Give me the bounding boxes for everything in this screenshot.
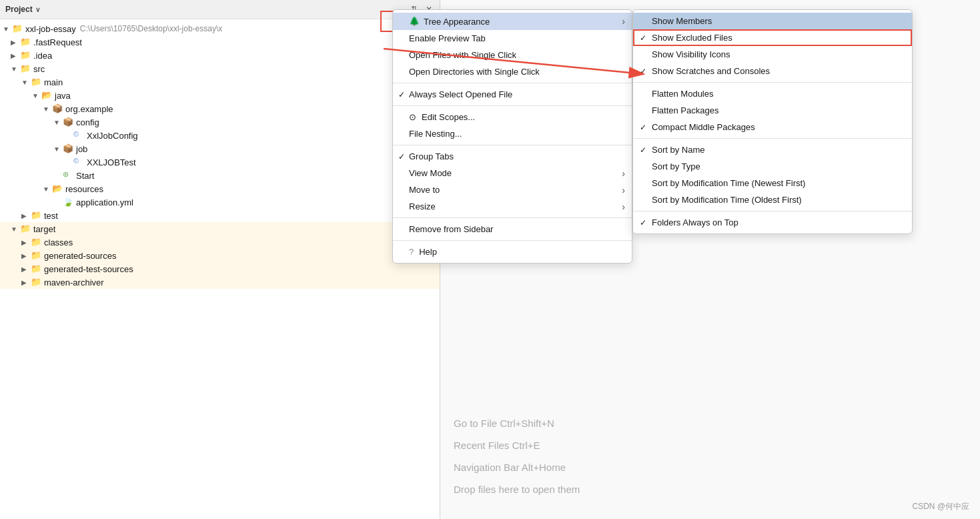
submenu-item-label: Show Excluded Files — [652, 33, 732, 43]
menu-item-always-select[interactable]: ✓ Always Select Opened File — [393, 86, 632, 103]
list-item[interactable]: ▶ 📁 .fastRequest — [0, 35, 440, 49]
drop-files-text: Drop files here to open them — [454, 484, 967, 495]
submenu-item-compact-middle[interactable]: ✓ Compact Middle Packages — [633, 119, 912, 135]
project-tree: ▼ 📁 xxl-job-essay C:\Users\10765\Desktop… — [0, 19, 440, 516]
menu-divider — [393, 145, 632, 145]
folder-icon: 📁 — [20, 63, 31, 74]
folder-orange-icon: 📁 — [31, 277, 41, 288]
list-item[interactable]: ▼ 📦 job — [0, 142, 440, 155]
menu-item-open-dirs[interactable]: Open Directories with Single Click — [393, 63, 632, 80]
menu-item-help[interactable]: ? Help — [393, 243, 632, 260]
item-label: classes — [44, 237, 73, 247]
folder-orange-icon: 📁 — [31, 250, 41, 261]
menu-item-open-single[interactable]: Open Files with Single Click — [393, 47, 632, 63]
menu-item-label: Move to — [409, 185, 440, 195]
list-item[interactable]: ▼ 📂 java — [0, 89, 440, 102]
menu-item-enable-preview[interactable]: Enable Preview Tab — [393, 30, 632, 47]
root-path: C:\Users\10765\Desktop\xxl-job-essay\x — [80, 24, 222, 33]
list-item[interactable]: ▶ 📁 test — [0, 209, 440, 222]
submenu-item-label: Sort by Type — [652, 161, 700, 171]
root-folder-icon: 📁 — [12, 23, 23, 34]
list-item[interactable]: ▶ 📁 classes — [0, 235, 440, 249]
submenu-item-flatten-packages[interactable]: Flatten Packages — [633, 102, 912, 119]
item-label: Start — [76, 171, 94, 181]
submenu-item-flatten-modules[interactable]: Flatten Modules — [633, 85, 912, 102]
arrow: ▶ — [21, 252, 29, 260]
submenu-item-sort-mod-oldest[interactable]: Sort by Modification Time (Oldest First) — [633, 191, 912, 208]
arrow: ▶ — [11, 39, 19, 46]
list-item[interactable]: ▼ 📂 resources — [0, 182, 440, 195]
tree-root[interactable]: ▼ 📁 xxl-job-essay C:\Users\10765\Desktop… — [0, 22, 440, 35]
list-item[interactable]: ▼ 📁 target — [0, 222, 440, 235]
submenu-item-folders-top[interactable]: ✓ Folders Always on Top — [633, 214, 912, 231]
arrow: ▼ — [53, 119, 61, 126]
menu-item-label: Edit Scopes... — [422, 112, 475, 122]
menu-item-file-nesting[interactable]: File Nesting... — [393, 125, 632, 142]
submenu-item-sort-type[interactable]: Sort by Type — [633, 158, 912, 175]
submenu-item-show-scratches[interactable]: ✓ Show Scratches and Consoles — [633, 63, 912, 79]
list-item[interactable]: ▶ 📁 maven-archiver — [0, 276, 440, 289]
list-item[interactable]: ⊛ Start — [0, 169, 440, 182]
list-item[interactable]: © XxlJobConfig — [0, 129, 440, 142]
menu-item-group-tabs[interactable]: ✓ Group Tabs — [393, 148, 632, 165]
item-label: XxlJobConfig — [87, 131, 138, 141]
submenu-item-show-visibility[interactable]: Show Visibility Icons — [633, 46, 912, 63]
arrow: ▶ — [21, 239, 29, 246]
arrow: ▶ — [21, 279, 29, 286]
item-label: application.yml — [76, 197, 133, 207]
menu-item-remove-sidebar[interactable]: Remove from Sidebar — [393, 221, 632, 237]
scopes-icon: ⊙ — [409, 112, 416, 122]
menu-item-view-mode[interactable]: View Mode — [393, 165, 632, 181]
project-title-bar[interactable]: Project ∨ — [5, 5, 40, 14]
menu-item-label: Remove from Sidebar — [409, 224, 493, 234]
submenu-item-label: Show Members — [652, 16, 712, 26]
list-item[interactable]: © XXLJOBTest — [0, 155, 440, 169]
list-item[interactable]: ▼ 📁 main — [0, 75, 440, 89]
tree-appearance-submenu: Show Members ✓ Show Excluded Files Show … — [632, 9, 913, 234]
resources-icon: 📂 — [52, 183, 63, 194]
list-item[interactable]: ▼ 📁 src — [0, 62, 440, 75]
folder-icon: 📁 — [20, 37, 31, 47]
check-mark: ✓ — [398, 152, 405, 161]
check-mark: ✓ — [640, 145, 646, 155]
list-item[interactable]: 🍃 application.yml — [0, 195, 440, 209]
watermark: CSDN @何中应 — [912, 501, 969, 512]
menu-item-move-to[interactable]: Move to — [393, 181, 632, 198]
list-item[interactable]: ▶ 📁 generated-sources — [0, 249, 440, 262]
menu-item-label: Open Files with Single Click — [409, 50, 516, 60]
submenu-item-sort-name[interactable]: ✓ Sort by Name — [633, 141, 912, 158]
folder-icon: 📁 — [31, 77, 41, 87]
submenu-item-label: Sort by Modification Time (Oldest First) — [652, 195, 802, 205]
check-mark: ✓ — [398, 90, 405, 99]
menu-item-edit-scopes[interactable]: ⊙ Edit Scopes... — [393, 109, 632, 125]
list-item[interactable]: ▶ 📁 .idea — [0, 49, 440, 62]
submenu-item-label: Show Visibility Icons — [652, 49, 730, 59]
menu-divider — [393, 83, 632, 83]
submenu-item-show-members[interactable]: Show Members — [633, 13, 912, 29]
submenu-item-label: Sort by Modification Time (Newest First) — [652, 178, 805, 188]
tree-appearance-icon: 🌲 — [409, 16, 420, 27]
project-chevron: ∨ — [35, 6, 40, 13]
item-label: maven-archiver — [44, 278, 104, 288]
menu-item-label: Always Select Opened File — [409, 89, 512, 99]
project-panel: Project ∨ ⇅ ✕ ▼ 📁 xxl-job-essay C:\Users… — [0, 0, 440, 519]
item-label: src — [33, 64, 45, 74]
submenu-item-show-excluded[interactable]: ✓ Show Excluded Files — [633, 29, 912, 46]
menu-item-tree-appearance[interactable]: 🌲 Tree Appearance — [393, 13, 632, 30]
item-label: .fastRequest — [33, 37, 82, 47]
list-item[interactable]: ▼ 📦 org.example — [0, 102, 440, 115]
check-mark: ✓ — [640, 123, 646, 132]
item-label: XXLJOBTest — [87, 157, 136, 167]
list-item[interactable]: ▼ 📦 config — [0, 115, 440, 129]
list-item[interactable]: ▶ 📁 generated-test-sources — [0, 262, 440, 276]
menu-item-resize[interactable]: Resize — [393, 198, 632, 215]
submenu-item-sort-mod-newest[interactable]: Sort by Modification Time (Newest First) — [633, 175, 912, 191]
root-label: xxl-job-essay — [25, 24, 76, 34]
item-label: job — [76, 144, 87, 154]
item-label: org.example — [65, 104, 113, 114]
package-icon: 📦 — [63, 117, 73, 127]
arrow: ▼ — [43, 185, 51, 193]
check-mark: ✓ — [640, 67, 646, 76]
submenu-divider — [633, 82, 912, 83]
check-mark: ✓ — [640, 218, 646, 227]
